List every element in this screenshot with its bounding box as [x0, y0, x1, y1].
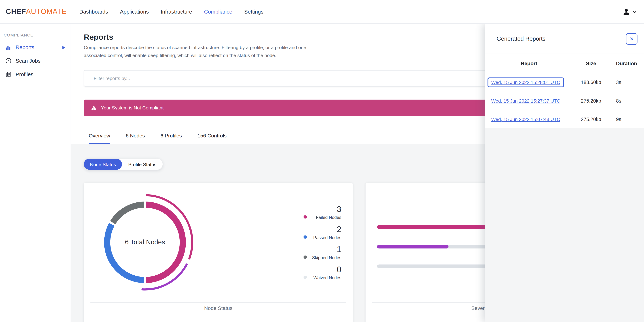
legend-value: 3 — [304, 204, 341, 214]
report-duration: 9s — [609, 116, 644, 122]
legend-dot-icon — [304, 276, 307, 279]
close-icon: ✕ — [630, 36, 634, 42]
legend-value: 1 — [304, 244, 341, 254]
legend-dot-icon — [304, 215, 307, 218]
report-duration: 3s — [609, 79, 644, 85]
legend-entry-skipped-nodes: 1Skipped Nodes — [304, 244, 341, 260]
nav-item-infrastructure[interactable]: Infrastructure — [161, 9, 192, 15]
top-nav: CHEFAUTOMATE DashboardsApplicationsInfra… — [0, 0, 644, 24]
report-size: 183.60kb — [573, 79, 609, 85]
report-size: 275.20kb — [573, 98, 609, 104]
legend-value: 0 — [304, 264, 341, 274]
nav-item-compliance[interactable]: Compliance — [204, 9, 232, 15]
report-duration: 8s — [609, 98, 644, 104]
bar-fill — [377, 245, 448, 248]
sidebar-item-profiles[interactable]: Profiles — [0, 68, 70, 81]
card-divider — [90, 302, 346, 303]
toggle-profile-status[interactable]: Profile Status — [122, 159, 162, 170]
banner-text: Your System is Not Compliant — [101, 105, 164, 110]
tab-6-profiles[interactable]: 6 Profiles — [160, 133, 182, 145]
bar-chart-icon — [6, 44, 12, 50]
status-toggle: Node StatusProfile Status — [84, 159, 162, 170]
tab-156-controls[interactable]: 156 Controls — [198, 133, 227, 145]
reports-table-header: Report Size Duration — [485, 61, 644, 66]
sidebar-section-label: COMPLIANCE — [4, 33, 70, 37]
report-table-row: Wed, 15 Jun 2022 15:27:37 UTC275.20kb8s — [485, 91, 644, 110]
sidebar-item-label: Scan Jobs — [16, 58, 40, 64]
legend-label: Passed Nodes — [313, 235, 341, 240]
main-nav: DashboardsApplicationsInfrastructureComp… — [79, 9, 264, 15]
node-status-donut: 6 Total Nodes — [94, 191, 196, 294]
scanner-icon — [6, 58, 12, 64]
nav-item-dashboards[interactable]: Dashboards — [79, 9, 108, 15]
app-window: CHEFAUTOMATE DashboardsApplicationsInfra… — [0, 0, 644, 322]
logo-automate: AUTOMATE — [26, 7, 66, 15]
legend-dot-icon — [304, 255, 307, 259]
panel-divider — [485, 53, 644, 53]
nav-item-applications[interactable]: Applications — [120, 9, 149, 15]
nav-item-settings[interactable]: Settings — [244, 9, 264, 15]
logo-chef: CHEF — [6, 7, 26, 15]
donut-segment-passed[interactable] — [107, 224, 144, 280]
legend-label: Failed Nodes — [316, 215, 341, 220]
node-status-legend: 3Failed Nodes2Passed Nodes1Skipped Nodes… — [304, 204, 341, 285]
reports-table-rows: Wed, 15 Jun 2022 15:28:01 UTC183.60kb3sW… — [485, 73, 644, 128]
report-link[interactable]: Wed, 15 Jun 2022 15:27:37 UTC — [488, 96, 564, 106]
node-status-card: 6 Total Nodes 3Failed Nodes2Passed Nodes… — [84, 183, 353, 322]
legend-value: 2 — [304, 224, 341, 234]
sidebar-item-label: Reports — [16, 44, 34, 50]
donut-segment-skipped[interactable] — [113, 205, 144, 223]
arrow-right-icon — [62, 46, 65, 49]
node-status-card-label: Node Status — [84, 305, 353, 311]
legend-entry-failed-nodes: 3Failed Nodes — [304, 204, 341, 220]
tab-overview[interactable]: Overview — [89, 133, 110, 145]
sidebar-items: ReportsScan JobsProfiles — [0, 41, 70, 81]
donut-segment-failed[interactable] — [146, 205, 183, 280]
compliance-sidebar: COMPLIANCE ReportsScan JobsProfiles — [0, 24, 70, 322]
report-link[interactable]: Wed, 15 Jun 2022 15:07:43 UTC — [488, 114, 564, 124]
generated-reports-panel: Generated Reports ✕ Report Size Duration… — [485, 24, 644, 322]
legend-entry-waived-nodes: 0Waived Nodes — [304, 264, 341, 281]
report-tabs: Overview6 Nodes6 Profiles156 Controls — [89, 133, 226, 145]
close-panel-button[interactable]: ✕ — [626, 33, 638, 45]
sidebar-item-label: Profiles — [16, 71, 33, 77]
column-header-duration: Duration — [609, 61, 644, 66]
warning-icon — [91, 105, 97, 111]
page-title: Reports — [84, 33, 113, 42]
chef-automate-logo[interactable]: CHEFAUTOMATE — [6, 7, 66, 16]
report-size: 275.20kb — [573, 116, 609, 122]
legend-entry-passed-nodes: 2Passed Nodes — [304, 224, 341, 240]
toggle-node-status[interactable]: Node Status — [84, 159, 122, 170]
user-avatar-icon[interactable] — [622, 8, 630, 16]
panel-empty-area — [485, 128, 644, 322]
documents-icon — [6, 71, 12, 77]
column-header-report: Report — [485, 61, 573, 66]
legend-dot-icon — [304, 235, 307, 239]
sidebar-item-reports[interactable]: Reports — [0, 41, 70, 54]
page-description: Compliance reports describe the status o… — [84, 44, 314, 59]
report-table-row: Wed, 15 Jun 2022 15:07:43 UTC275.20kb9s — [485, 110, 644, 128]
report-table-row: Wed, 15 Jun 2022 15:28:01 UTC183.60kb3s — [485, 73, 644, 91]
sidebar-item-scan-jobs[interactable]: Scan Jobs — [0, 54, 70, 68]
legend-label: Waived Nodes — [314, 275, 341, 280]
report-link[interactable]: Wed, 15 Jun 2022 15:28:01 UTC — [488, 77, 564, 87]
user-menu[interactable] — [622, 0, 636, 24]
chevron-down-icon[interactable] — [632, 10, 636, 13]
legend-label: Skipped Nodes — [312, 255, 341, 260]
panel-title: Generated Reports — [496, 35, 546, 42]
column-header-size: Size — [573, 61, 609, 66]
tab-6-nodes[interactable]: 6 Nodes — [126, 133, 145, 145]
